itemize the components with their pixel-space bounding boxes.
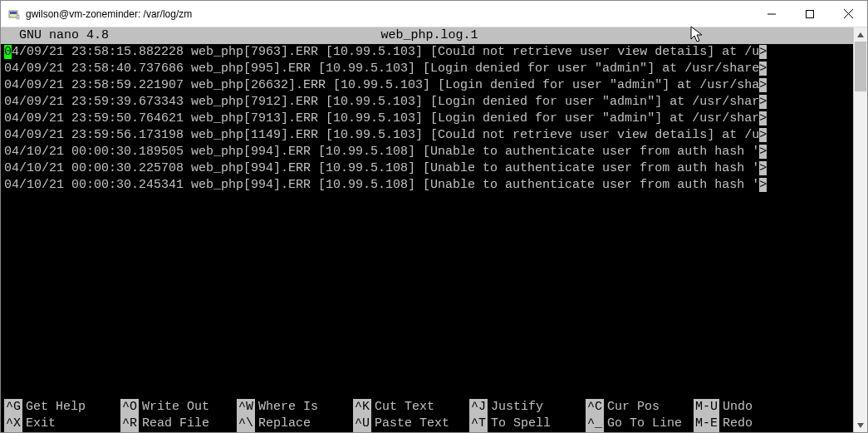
log-line: 04/10/21 00:00:30.189505 web_php[994].ER… bbox=[4, 144, 850, 160]
shortcut-key: ^U bbox=[353, 416, 371, 432]
svg-rect-1 bbox=[10, 12, 17, 14]
log-line: 04/09/21 23:59:50.764621 web_php[7913].E… bbox=[4, 111, 850, 127]
svg-rect-2 bbox=[17, 15, 19, 19]
shortcut-item: ^OWrite Out bbox=[120, 399, 237, 416]
truncation-marker: > bbox=[759, 145, 767, 159]
maximize-button[interactable] bbox=[791, 1, 829, 27]
shortcut-key: ^C bbox=[586, 399, 604, 416]
log-line: 04/09/21 23:59:56.173198 web_php[1149].E… bbox=[4, 127, 850, 144]
log-text: 04/09/21 23:59:56.173198 web_php[1149].E… bbox=[4, 128, 759, 142]
shortcut-label: Justify bbox=[488, 399, 543, 416]
truncation-marker: > bbox=[759, 95, 767, 109]
shortcut-key: ^K bbox=[353, 399, 371, 416]
shortcut-item: ^\Replace bbox=[237, 416, 353, 432]
nano-shortcut-bar: ^GGet Help^OWrite Out^WWhere Is^KCut Tex… bbox=[1, 399, 853, 432]
log-line: 04/09/21 23:58:15.882228 web_php[7963].E… bbox=[4, 44, 850, 61]
putty-icon bbox=[7, 7, 21, 21]
shortcut-key: M-E bbox=[694, 416, 719, 432]
nano-header-bar: GNU nano 4.8 web_php.log.1 bbox=[1, 27, 853, 44]
shortcut-item: ^_Go To Line bbox=[586, 416, 694, 432]
scroll-track[interactable] bbox=[854, 42, 867, 418]
shortcut-item: ^CCur Pos bbox=[586, 399, 694, 416]
window-titlebar: gwilson@vm-zoneminder: /var/log/zm bbox=[1, 1, 867, 27]
log-text: 4/09/21 23:58:15.882228 web_php[7963].ER… bbox=[12, 45, 759, 59]
truncation-marker: > bbox=[759, 161, 767, 175]
shortcut-item: ^TTo Spell bbox=[469, 416, 586, 432]
shortcut-label: Replace bbox=[255, 416, 311, 432]
shortcut-key: ^X bbox=[4, 416, 22, 432]
truncation-marker: > bbox=[759, 78, 767, 92]
scroll-down-button[interactable] bbox=[854, 418, 867, 432]
shortcut-label: Exit bbox=[22, 416, 56, 432]
log-text: 04/10/21 00:00:30.245341 web_php[994].ER… bbox=[4, 178, 759, 192]
svg-marker-7 bbox=[857, 32, 864, 37]
shortcut-key: ^J bbox=[469, 399, 488, 416]
shortcut-label: Go To Line bbox=[604, 416, 682, 432]
truncation-marker: > bbox=[759, 45, 767, 59]
shortcut-item: ^UPaste Text bbox=[353, 416, 469, 432]
shortcut-item: ^RRead File bbox=[120, 416, 237, 432]
log-text: 04/10/21 00:00:30.189505 web_php[994].ER… bbox=[4, 145, 759, 159]
log-line: 04/09/21 23:59:39.673343 web_php[7912].E… bbox=[4, 94, 850, 111]
log-content: 04/09/21 23:58:15.882228 web_php[7963].E… bbox=[1, 44, 853, 194]
truncation-marker: > bbox=[759, 62, 767, 76]
svg-marker-8 bbox=[857, 423, 864, 428]
close-button[interactable] bbox=[829, 1, 867, 27]
shortcut-label: Where Is bbox=[255, 399, 318, 416]
shortcut-item: ^WWhere Is bbox=[237, 399, 353, 416]
shortcut-label: Read File bbox=[139, 416, 209, 432]
shortcut-item: M-ERedo bbox=[694, 416, 785, 432]
log-line: 04/09/21 23:58:59.221907 web_php[26632].… bbox=[4, 77, 850, 94]
shortcut-label: Paste Text bbox=[371, 416, 449, 432]
shortcut-label: Cur Pos bbox=[604, 399, 660, 416]
shortcut-key: ^T bbox=[469, 416, 488, 432]
truncation-marker: > bbox=[759, 111, 767, 125]
shortcut-label: Get Help bbox=[22, 399, 86, 416]
truncation-marker: > bbox=[759, 128, 767, 142]
minimize-button[interactable] bbox=[753, 1, 791, 27]
shortcut-item: ^JJustify bbox=[469, 399, 586, 416]
shortcut-label: Write Out bbox=[139, 399, 209, 416]
scroll-up-button[interactable] bbox=[854, 27, 867, 42]
shortcut-item: ^KCut Text bbox=[353, 399, 469, 416]
vertical-scrollbar[interactable] bbox=[853, 27, 867, 432]
shortcut-key: ^W bbox=[237, 399, 255, 416]
shortcut-label: To Spell bbox=[488, 416, 551, 432]
shortcut-item: M-UUndo bbox=[694, 399, 785, 416]
log-line: 04/10/21 00:00:30.225708 web_php[994].ER… bbox=[4, 160, 850, 177]
cursor: 0 bbox=[4, 45, 12, 59]
nano-version: GNU nano 4.8 bbox=[19, 27, 109, 44]
shortcut-key: ^O bbox=[120, 399, 139, 416]
log-line: 04/09/21 23:58:40.737686 web_php[995].ER… bbox=[4, 61, 850, 77]
nano-filename: web_php.log.1 bbox=[109, 27, 850, 44]
window-title: gwilson@vm-zoneminder: /var/log/zm bbox=[26, 8, 192, 20]
shortcut-label: Undo bbox=[719, 399, 753, 416]
svg-rect-4 bbox=[807, 10, 814, 17]
log-text: 04/10/21 00:00:30.225708 web_php[994].ER… bbox=[4, 161, 759, 175]
log-text: 04/09/21 23:58:40.737686 web_php[995].ER… bbox=[4, 62, 759, 76]
scroll-thumb[interactable] bbox=[855, 42, 866, 91]
log-text: 04/09/21 23:58:59.221907 web_php[26632].… bbox=[4, 78, 759, 92]
shortcut-key: ^_ bbox=[586, 416, 604, 432]
truncation-marker: > bbox=[759, 178, 767, 192]
shortcut-key: ^\ bbox=[237, 416, 255, 432]
log-line: 04/10/21 00:00:30.245341 web_php[994].ER… bbox=[4, 177, 850, 194]
shortcut-key: ^G bbox=[4, 399, 22, 416]
shortcut-label: Cut Text bbox=[371, 399, 434, 416]
shortcut-label: Redo bbox=[719, 416, 753, 432]
shortcut-key: M-U bbox=[694, 399, 719, 416]
shortcut-item: ^GGet Help bbox=[4, 399, 120, 416]
shortcut-key: ^R bbox=[120, 416, 139, 432]
terminal-area[interactable]: GNU nano 4.8 web_php.log.1 04/09/21 23:5… bbox=[1, 27, 853, 432]
log-text: 04/09/21 23:59:50.764621 web_php[7913].E… bbox=[4, 111, 759, 125]
shortcut-item: ^XExit bbox=[4, 416, 120, 432]
log-text: 04/09/21 23:59:39.673343 web_php[7912].E… bbox=[4, 95, 759, 109]
